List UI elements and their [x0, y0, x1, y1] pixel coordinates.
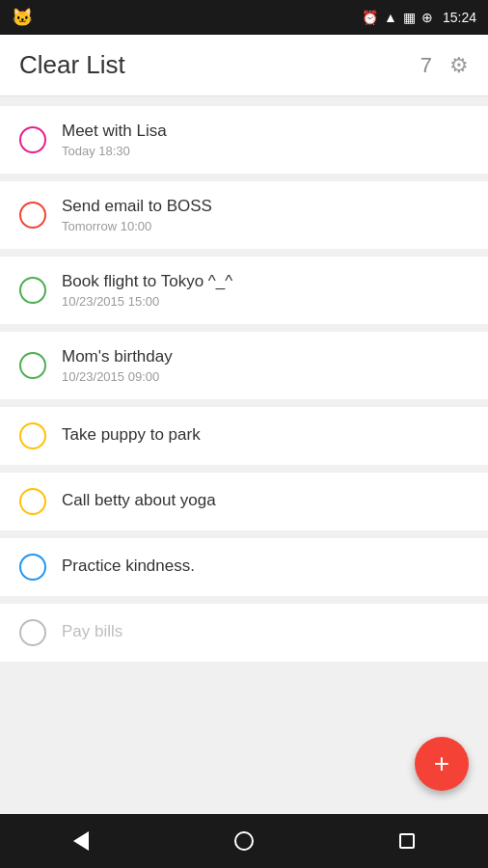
toolbar: Clear List 7 ⚙: [0, 35, 488, 96]
task-item[interactable]: Meet with LisaToday 18:30: [0, 106, 488, 174]
task-item[interactable]: Book flight to Tokyo ^_^10/23/2015 15:00: [0, 257, 488, 324]
task-count: 7: [420, 53, 432, 78]
task-title: Call betty about yoga: [62, 491, 469, 510]
task-title: Meet with Lisa: [62, 122, 469, 141]
task-title: Book flight to Tokyo ^_^: [62, 272, 469, 291]
task-circle[interactable]: [19, 352, 46, 379]
task-title: Take puppy to park: [62, 425, 469, 445]
home-icon: [234, 831, 254, 851]
home-button[interactable]: [215, 822, 273, 860]
task-subtitle: 10/23/2015 15:00: [62, 294, 469, 309]
task-content: Meet with LisaToday 18:30: [62, 122, 469, 158]
status-bar-right: ⏰ ▲ ▦ ⊕ 15:24: [362, 10, 476, 25]
task-subtitle: Tomorrow 10:00: [62, 219, 469, 233]
signal-icon: ▦: [403, 10, 416, 25]
task-item[interactable]: Pay bills: [0, 604, 488, 662]
add-task-button[interactable]: +: [415, 737, 469, 791]
task-circle[interactable]: [19, 202, 46, 229]
task-circle[interactable]: [19, 488, 46, 515]
task-title: Mom's birthday: [62, 347, 469, 366]
task-circle[interactable]: [19, 554, 46, 581]
back-icon: [73, 831, 89, 851]
task-content: Book flight to Tokyo ^_^10/23/2015 15:00: [62, 272, 469, 309]
settings-button[interactable]: ⚙: [449, 55, 469, 76]
task-item[interactable]: Call betty about yoga: [0, 473, 488, 530]
task-circle[interactable]: [19, 126, 46, 153]
task-circle[interactable]: [19, 619, 46, 646]
task-content: Send email to BOSSTomorrow 10:00: [62, 197, 469, 233]
sync-icon: ⊕: [421, 10, 433, 25]
task-content: Mom's birthday10/23/2015 09:00: [62, 347, 469, 384]
task-item[interactable]: Send email to BOSSTomorrow 10:00: [0, 181, 488, 249]
task-title: Practice kindness.: [62, 556, 469, 576]
status-time: 15:24: [443, 10, 476, 25]
toolbar-right: 7 ⚙: [420, 53, 469, 78]
task-title: Pay bills: [62, 622, 469, 641]
status-bar-left: 🐱: [12, 7, 33, 28]
task-subtitle: 10/23/2015 09:00: [62, 369, 469, 384]
task-subtitle: Today 18:30: [62, 144, 469, 158]
task-title: Send email to BOSS: [62, 197, 469, 216]
cat-icon: 🐱: [12, 7, 33, 28]
alarm-icon: ⏰: [362, 10, 378, 25]
wifi-icon: ▲: [384, 10, 397, 25]
task-content: Take puppy to park: [62, 425, 469, 448]
plus-icon: +: [434, 748, 449, 779]
recents-icon: [399, 833, 415, 849]
recents-button[interactable]: [378, 822, 436, 860]
task-list: Meet with LisaToday 18:30Send email to B…: [0, 96, 488, 814]
task-circle[interactable]: [19, 422, 46, 449]
task-item[interactable]: Practice kindness.: [0, 538, 488, 596]
back-button[interactable]: [52, 822, 110, 860]
status-bar: 🐱 ⏰ ▲ ▦ ⊕ 15:24: [0, 0, 488, 35]
task-content: Practice kindness.: [62, 556, 469, 579]
task-item[interactable]: Mom's birthday10/23/2015 09:00: [0, 332, 488, 399]
task-content: Call betty about yoga: [62, 491, 469, 513]
page-title: Clear List: [19, 50, 125, 80]
navigation-bar: [0, 814, 488, 868]
task-content: Pay bills: [62, 622, 469, 644]
task-item[interactable]: Take puppy to park: [0, 407, 488, 465]
task-circle[interactable]: [19, 277, 46, 304]
